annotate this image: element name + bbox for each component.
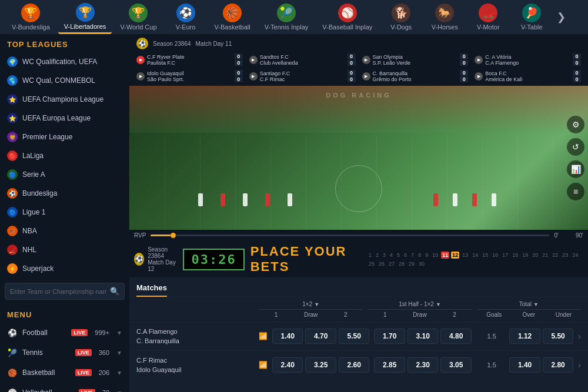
ligue-icon: 🔵 <box>7 207 18 217</box>
ticker-play-4: ▶ <box>136 72 145 81</box>
more-btn-1[interactable]: › <box>578 360 581 370</box>
video-settings-btn[interactable]: ⚙ <box>567 116 584 133</box>
ticker-match-3[interactable]: ▶ C. A Vitória C.A Flamengo 0 0 <box>472 52 583 67</box>
nav-item-horses[interactable]: 🐎 V-Horses <box>424 1 465 33</box>
odd-half1-row0[interactable]: 1.70 <box>374 329 405 344</box>
nav-item-libertadores[interactable]: 🏆 V-Libertadores <box>58 1 112 34</box>
basketball-expand[interactable]: ▼ <box>116 370 122 376</box>
nav-item-motor[interactable]: 🏎️ V-Motor <box>467 1 509 33</box>
odd-under-row1[interactable]: 2.80 <box>543 357 573 373</box>
odd-1-row0[interactable]: 1.40 <box>272 329 303 344</box>
sidebar-item-nhl[interactable]: 🏒 NHL <box>0 240 129 259</box>
ticker-match-6[interactable]: ▶ C. Barranquilla Grêmio do Porto 0 0 <box>360 69 471 83</box>
football-expand[interactable]: ▼ <box>116 330 122 336</box>
header-group-1sthalf: 1st Half - 1×2 ▼ 1 Draw 2 <box>368 301 472 318</box>
odd-halfdraw-row0[interactable]: 3.10 <box>407 329 438 344</box>
header-1x2-title: 1×2 ▼ <box>259 301 363 310</box>
menu-item-basketball[interactable]: 🏀 Basketball LIVE 206 ▼ <box>0 363 129 383</box>
video-chart-btn[interactable]: 📊 <box>567 160 584 178</box>
nav-item-baseball[interactable]: ⚾ V-Baseball Inplay <box>316 1 378 33</box>
video-list-btn[interactable]: ≡ <box>567 183 584 200</box>
ticker-match-4[interactable]: ▶ Idolo Guayaquil São Paulo Sprt. 0 0 <box>134 69 245 83</box>
video-refresh-btn[interactable]: ↺ <box>567 138 584 156</box>
nav-item-tennis[interactable]: 🎾 V-Tennis Inplay <box>259 1 315 33</box>
odd-halfdraw-row1[interactable]: 2.30 <box>407 357 438 373</box>
laliga-label: LaLiga <box>22 152 44 160</box>
header-group-1x2: 1×2 ▼ 1 Draw 2 <box>259 301 363 318</box>
ticker-team1-5: Santiago F.C <box>260 71 345 76</box>
odd-half2-row1[interactable]: 3.05 <box>440 357 471 373</box>
nav-item-euro[interactable]: ⚽ V-Euro <box>165 1 206 33</box>
tennis-sport-icon: 🎾 <box>7 347 18 358</box>
volleyball-expand[interactable]: ▼ <box>116 390 122 393</box>
nav-item-table[interactable]: 🏓 V-Table <box>511 1 552 33</box>
ligue-label: Ligue 1 <box>22 208 45 216</box>
nav-item-basketball[interactable]: 🏀 V-Basketball <box>209 1 256 33</box>
ticker-team2-0: Paulista F.C <box>147 60 232 66</box>
sidebar-item-uel[interactable]: ⭐ UEFA Europa League <box>0 109 129 128</box>
prog-20: 20 <box>531 252 539 259</box>
sidebar-item-superjack[interactable]: ⚡ Superjack <box>0 259 129 278</box>
sidebar-item-ligue[interactable]: 🔵 Ligue 1 <box>0 203 129 222</box>
odd-draw-row1[interactable]: 3.25 <box>305 357 336 373</box>
search-input[interactable] <box>10 288 106 295</box>
nav-item-dogs[interactable]: 🐕 V-Dogs <box>380 1 422 33</box>
serie-label: Serie A <box>22 170 45 179</box>
ticker-match-5[interactable]: ▶ Santiago F.C C.F Rimac 0 0 <box>247 69 358 83</box>
baseball-icon: ⚾ <box>338 4 357 22</box>
ticker-match-7[interactable]: ▶ Boca F.C América de Kali 0 0 <box>472 69 583 83</box>
ticker-play-5: ▶ <box>249 72 258 81</box>
more-btn-0[interactable]: › <box>578 331 581 341</box>
odd-1-row1[interactable]: 2.40 <box>272 357 303 373</box>
timeline-fill <box>151 234 171 236</box>
odd-half1-row1[interactable]: 2.85 <box>374 357 405 373</box>
ticker-match-0[interactable]: ▶ C.F Ryver Plate Paulista F.C 0 0 <box>134 52 245 67</box>
prog-17: 17 <box>501 252 509 259</box>
ticker-play-7: ▶ <box>475 72 483 81</box>
sidebar-item-ucl[interactable]: ⭐ UEFA Champions League <box>0 90 129 109</box>
sidebar-item-serie[interactable]: 🔵 Serie A <box>0 165 129 184</box>
nav-right-arrow[interactable]: ❯ <box>554 11 568 24</box>
odd-over-row1[interactable]: 1.40 <box>509 357 540 373</box>
nav-item-worldcup[interactable]: 🏆 V-World Cup <box>114 1 162 33</box>
odd-under-row0[interactable]: 5.50 <box>543 329 573 344</box>
menu-item-tennis[interactable]: 🎾 Tennis LIVE 360 ▼ <box>0 343 129 363</box>
ticker-match-2[interactable]: ▶ San Olympia S.P. Leão Verde 0 0 <box>360 52 471 67</box>
video-controls: ⚙ ↺ 📊 ≡ <box>567 116 584 200</box>
stats-icon-1[interactable]: 📶 <box>259 361 268 369</box>
sidebar-item-bundesliga[interactable]: ⚽ Bundesliga <box>0 184 129 203</box>
ticker-scores-5: 0 0 <box>348 70 356 82</box>
odd-half2-row0[interactable]: 4.80 <box>440 329 471 344</box>
match-team2-0: C. Barranquilla <box>136 336 254 346</box>
ticker-team1-1: Sandtos F.C <box>260 54 345 60</box>
search-box[interactable]: 🔍 <box>5 283 125 300</box>
ticker-match-1[interactable]: ▶ Sandtos F.C Club Avellaneda 0 0 <box>247 52 358 67</box>
stats-icon-0[interactable]: 📶 <box>259 332 268 340</box>
sidebar-item-premier[interactable]: 🦁 Premier League <box>0 128 129 146</box>
premier-icon: 🦁 <box>7 132 18 142</box>
timeline-bar[interactable] <box>151 234 549 236</box>
nav-label-tennis: V-Tennis Inplay <box>265 24 309 31</box>
football-label: Football <box>22 329 48 337</box>
menu-item-volleyball[interactable]: 🏐 Volleyball LIVE 70 ▼ <box>0 383 129 392</box>
football-count: 999+ <box>95 329 109 336</box>
odd-2-row1[interactable]: 2.60 <box>339 357 369 373</box>
sidebar-item-laliga[interactable]: 🔴 LaLiga <box>0 146 129 165</box>
nav-label-worldcup: V-World Cup <box>120 24 156 31</box>
odd-over-row0[interactable]: 1.12 <box>509 329 540 344</box>
odd-draw-row0[interactable]: 4.70 <box>305 329 336 344</box>
odd-2-row0[interactable]: 5.50 <box>339 329 369 344</box>
sidebar-item-wc-conmebol[interactable]: 🌎 WC Qual, CONMEBOL <box>0 71 129 90</box>
ticker-score2-6: 0 <box>460 76 468 82</box>
video-player[interactable]: DOG RACING ⚙ ↺ 📊 ≡ <box>129 86 588 230</box>
place-bets-cta: PLACE YOUR BETS <box>250 244 362 274</box>
prog-28: 28 <box>397 260 406 267</box>
tennis-expand[interactable]: ▼ <box>116 350 122 356</box>
sidebar-item-nba[interactable]: 🏀 NBA <box>0 222 129 240</box>
menu-item-football[interactable]: ⚽ Football LIVE 999+ ▼ <box>0 323 129 343</box>
matches-tab-label[interactable]: Matches <box>136 283 167 297</box>
nav-item-bundesliga[interactable]: 🏆 V-Bundesliga <box>6 1 56 33</box>
dogs-icon: 🐕 <box>392 4 410 22</box>
odds-1x2-0: 1.40 4.70 5.50 <box>272 329 369 344</box>
sidebar-item-wc-uefa[interactable]: 🌍 WC Qualification, UEFA <box>0 52 129 71</box>
